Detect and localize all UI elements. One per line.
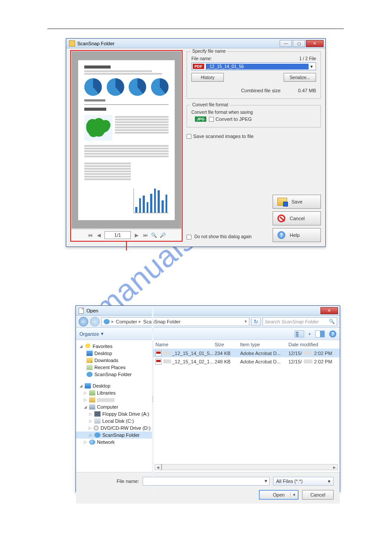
preview-bar-chart (133, 189, 169, 213)
tree-libraries[interactable]: Libraries (97, 390, 115, 395)
expand-icon[interactable]: ▷ (88, 419, 93, 423)
file-row[interactable]: _12_15_14_02_1... 248 KB Adobe Acrobat D… (153, 357, 340, 366)
open-button-label: Open (273, 492, 285, 497)
expand-icon[interactable]: ▷ (83, 391, 87, 395)
organize-label: Organize (79, 331, 99, 337)
chevron-down-icon[interactable]: ▾ (309, 64, 315, 69)
file-size: 234 KB (215, 351, 240, 356)
dvd-icon (94, 425, 99, 431)
preview-pane (72, 51, 181, 229)
search-placeholder: Search ScanSnap Folder (265, 319, 319, 324)
expand-icon[interactable]: ▷ (88, 433, 93, 437)
computer-icon (89, 404, 95, 410)
zoom-in-icon[interactable]: 🔍 (151, 232, 157, 238)
horizontal-scrollbar[interactable]: ◂ ▸ (155, 464, 338, 470)
convert-jpeg-checkbox[interactable] (209, 117, 214, 122)
scroll-right-icon[interactable]: ▸ (331, 464, 338, 470)
save-button[interactable]: Save (273, 195, 321, 209)
zoom-out-icon[interactable]: 🔎 (160, 232, 166, 238)
save-scanned-checkbox[interactable] (187, 134, 191, 139)
expand-icon[interactable]: ▷ (88, 412, 93, 416)
first-page-button[interactable]: ⏮ (87, 232, 93, 238)
organize-button[interactable]: Organize ▾ (79, 331, 104, 337)
expand-icon[interactable]: ▷ (88, 426, 92, 430)
tree-desktop-fav[interactable]: Desktop (94, 351, 112, 356)
close-button[interactable]: ✕ (320, 307, 338, 314)
navigation-tree[interactable]: ◢Favorites Desktop Downloads Recent Plac… (76, 340, 153, 472)
next-page-button[interactable]: ▶ (133, 232, 140, 238)
col-date[interactable]: Date modified (288, 342, 337, 347)
tree-computer[interactable]: Computer (97, 404, 118, 410)
preview-pane-button[interactable] (315, 330, 325, 337)
search-input[interactable]: Search ScanSnap Folder 🔍 (263, 317, 337, 326)
serialize-button[interactable]: Serialize... (284, 73, 316, 82)
col-size[interactable]: Size (215, 342, 240, 347)
do-not-show-checkbox[interactable] (187, 235, 191, 239)
crumb-scansnap-folder[interactable]: ScanSnap Folder (143, 319, 180, 324)
tree-scansnap[interactable]: ScanSnap Folder (94, 372, 132, 377)
tree-favorites[interactable]: Favorites (93, 344, 112, 349)
cancel-icon (277, 214, 285, 222)
address-bar: ← → ▸ Computer ▸ ScanSnap Folder ▾ ↻ Sea… (76, 316, 340, 328)
preview-nav-bar: ⏮ ◀ 1/1 ▶ ⏭ 🔍 🔎 (72, 229, 181, 241)
chevron-down-icon[interactable]: ▾ (309, 332, 311, 336)
tree-blurred[interactable] (97, 398, 115, 402)
back-button[interactable]: ← (79, 317, 88, 326)
tree-dvd[interactable]: DVD/CD-RW Drive (D:) (101, 425, 151, 431)
file-row[interactable]: _12_15_14_01_5... 234 KB Adobe Acrobat D… (153, 349, 340, 357)
views-button[interactable] (295, 330, 304, 337)
col-type[interactable]: Item type (240, 342, 288, 347)
scroll-left-icon[interactable]: ◂ (155, 464, 161, 470)
cancel-button[interactable]: Cancel (302, 490, 334, 500)
cancel-button-label: Cancel (310, 492, 325, 497)
history-button[interactable]: History (191, 73, 224, 82)
pie-icon (129, 78, 146, 96)
document-thumbnail (78, 60, 175, 220)
tree-desktop[interactable]: Desktop (93, 383, 110, 388)
expand-icon[interactable]: ▷ (83, 440, 87, 444)
crumb-computer[interactable]: Computer (116, 319, 137, 324)
forward-button[interactable]: → (90, 317, 100, 326)
help-button[interactable]: ? Help (273, 228, 321, 242)
collapse-icon[interactable]: ◢ (79, 384, 83, 388)
file-name-combobox[interactable]: PDF _12_15_14_01_56 ▾ (191, 62, 316, 70)
prev-page-button[interactable]: ◀ (96, 232, 102, 238)
file-name-input[interactable]: ▾ (143, 477, 270, 486)
maximize-button[interactable]: ▢ (293, 40, 305, 47)
titlebar[interactable]: Open ✕ (76, 306, 340, 316)
pdf-file-icon (155, 350, 162, 356)
tree-downloads[interactable]: Downloads (94, 358, 118, 363)
file-type: Adobe Acrobat D... (240, 359, 288, 364)
refresh-button[interactable]: ↻ (251, 317, 261, 326)
minimize-button[interactable]: — (280, 40, 292, 47)
last-page-button[interactable]: ⏭ (142, 232, 148, 238)
help-icon[interactable]: ? (329, 330, 336, 337)
tree-recent[interactable]: Recent Places (94, 365, 126, 370)
column-headers[interactable]: Name Size Item type Date modified (153, 340, 340, 349)
titlebar[interactable]: ScanSnap Folder — ▢ ✕ (66, 39, 325, 48)
chevron-right-icon: ▸ (111, 319, 114, 324)
page-indicator-field[interactable]: 1/1 (104, 231, 131, 239)
cancel-button[interactable]: Cancel (273, 211, 321, 225)
breadcrumb[interactable]: ▸ Computer ▸ ScanSnap Folder ▾ (101, 317, 249, 326)
pie-icon (151, 78, 169, 96)
col-name[interactable]: Name (155, 342, 215, 347)
dialog-icon (79, 308, 84, 314)
tree-network[interactable]: Network (97, 439, 115, 445)
collapse-icon[interactable]: ◢ (79, 344, 83, 348)
file-name-value: _12_15_14_01_56 (206, 64, 309, 69)
tree-scansnap2[interactable]: ScanSnap Folder (102, 432, 140, 438)
chevron-down-icon[interactable]: ▾ (265, 478, 267, 484)
tree-floppy[interactable]: Floppy Disk Drive (A:) (102, 411, 149, 417)
pdf-badge-icon: PDF (193, 64, 204, 69)
save-folder-icon (277, 198, 287, 206)
close-button[interactable]: ✕ (306, 40, 324, 47)
file-type: Adobe Acrobat D... (240, 351, 288, 356)
scrollbar-thumb[interactable] (161, 464, 162, 470)
chevron-down-icon[interactable]: ▾ (245, 319, 247, 324)
tree-localdisk[interactable]: Local Disk (C:) (102, 418, 134, 424)
open-button[interactable]: Open (259, 490, 298, 500)
collapse-icon[interactable]: ◢ (83, 405, 87, 409)
expand-icon[interactable]: ▷ (83, 398, 87, 402)
file-type-filter[interactable]: All Files (*.*) ▾ (273, 477, 334, 486)
